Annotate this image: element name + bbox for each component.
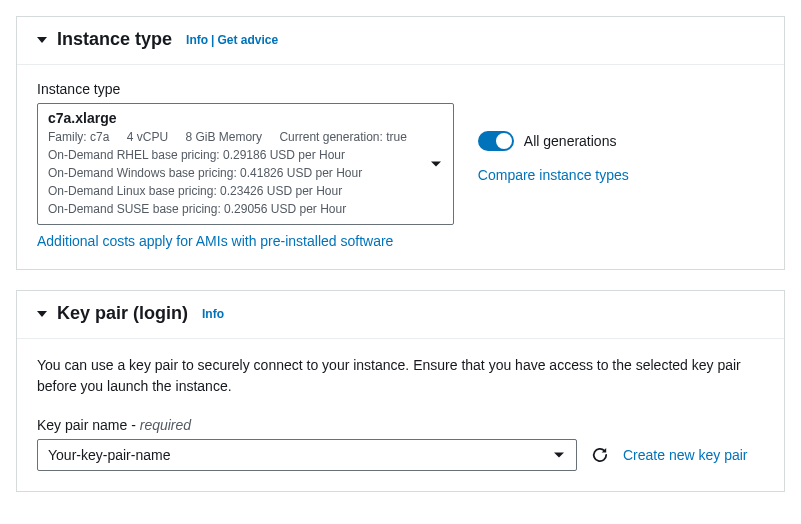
instance-type-body: Instance type c7a.xlarge Family: c7a 4 v… [17,65,784,269]
instance-family: Family: c7a [48,130,109,144]
refresh-icon [591,446,609,464]
chevron-down-icon [554,453,564,458]
all-generations-row: All generations [478,131,764,151]
instance-type-row: c7a.xlarge Family: c7a 4 vCPU 8 GiB Memo… [37,103,764,249]
all-generations-toggle[interactable] [478,131,514,151]
instance-current-gen: Current generation: true [279,130,406,144]
instance-name: c7a.xlarge [48,110,421,126]
instance-pricing-linux: On-Demand Linux base pricing: 0.23426 US… [48,182,421,200]
instance-type-title: Instance type [57,29,172,50]
chevron-down-icon [37,37,47,43]
additional-costs-link[interactable]: Additional costs apply for AMIs with pre… [37,233,393,249]
instance-type-panel: Instance type Info | Get advice Instance… [16,16,785,270]
instance-side-controls: All generations Compare instance types [478,103,764,183]
instance-pricing-windows: On-Demand Windows base pricing: 0.41826 … [48,164,421,182]
toggle-knob [496,133,512,149]
link-divider: | [211,33,214,47]
instance-pricing-rhel: On-Demand RHEL base pricing: 0.29186 USD… [48,146,421,164]
all-generations-label: All generations [524,133,617,149]
key-pair-field-label: Key pair name - required [37,417,764,433]
get-advice-link[interactable]: Get advice [217,33,278,47]
key-pair-select[interactable]: Your-key-pair-name [37,439,577,471]
refresh-button[interactable] [591,446,609,464]
key-pair-selected-value: Your-key-pair-name [48,447,170,463]
compare-instance-types-link[interactable]: Compare instance types [478,167,629,183]
instance-type-header[interactable]: Instance type Info | Get advice [17,17,784,65]
key-pair-title: Key pair (login) [57,303,188,324]
instance-type-select[interactable]: c7a.xlarge Family: c7a 4 vCPU 8 GiB Memo… [37,103,454,225]
chevron-down-icon [37,311,47,317]
key-pair-panel: Key pair (login) Info You can use a key … [16,290,785,492]
create-new-key-pair-link[interactable]: Create new key pair [623,447,748,463]
instance-pricing-suse: On-Demand SUSE base pricing: 0.29056 USD… [48,200,421,218]
key-pair-label-text: Key pair name - [37,417,140,433]
instance-vcpu: 4 vCPU [127,130,168,144]
key-pair-required: required [140,417,191,433]
key-pair-body: You can use a key pair to securely conne… [17,339,784,491]
instance-type-info-link[interactable]: Info [186,33,208,47]
key-pair-header[interactable]: Key pair (login) Info [17,291,784,339]
instance-memory: 8 GiB Memory [185,130,262,144]
key-pair-info-link[interactable]: Info [202,307,224,321]
key-pair-row: Your-key-pair-name Create new key pair [37,439,764,471]
key-pair-description: You can use a key pair to securely conne… [37,355,764,397]
chevron-down-icon [431,162,441,167]
instance-type-field-label: Instance type [37,81,764,97]
instance-meta-line1: Family: c7a 4 vCPU 8 GiB Memory Current … [48,128,421,146]
